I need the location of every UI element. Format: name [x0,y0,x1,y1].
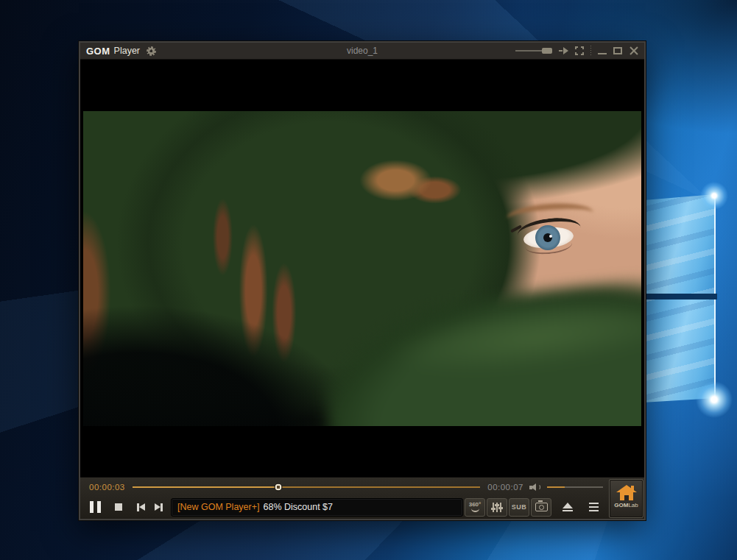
logo-gom-text: GOM [86,46,110,57]
opacity-slider-handle[interactable] [542,48,552,54]
opacity-slider[interactable] [515,50,552,52]
seek-playhead[interactable] [275,483,283,492]
menu-button[interactable] [584,498,603,517]
minimize-icon [598,53,607,54]
current-time: 00:00:03 [89,483,125,492]
always-on-top-pin-icon[interactable] [559,47,568,54]
logo-player-text: Player [114,46,140,56]
mixer-icon [493,502,501,512]
control-panel-button[interactable] [487,498,507,517]
previous-button[interactable] [137,503,145,511]
total-time: 00:00:07 [487,483,523,492]
gear-icon[interactable] [147,46,156,56]
volume-fill [547,486,565,488]
gom-player-logo: GOM Player [86,46,156,57]
menu-icon [589,503,599,512]
video-area[interactable] [80,60,644,477]
subtitle-button[interactable]: SUB [509,498,529,517]
seek-fill [133,486,278,488]
eject-icon [563,503,573,508]
gomlab-label: GOMLab [614,502,638,508]
gomlab-button[interactable]: GOMLab [610,480,643,517]
foreground-leaf [315,270,641,426]
desktop-wallpaper: GOM Player video_1 [0,0,737,560]
speaker-icon[interactable] [529,483,541,492]
ad-text: 68% Discount $7 [264,502,334,512]
volume-slider[interactable] [547,484,603,490]
360-mode-button[interactable]: 360° [465,498,485,517]
open-file-button[interactable] [558,498,577,517]
minimize-button[interactable] [598,47,607,54]
ad-highlight-text: [New GOM Player+] [177,502,260,512]
fullscreen-icon[interactable] [575,46,584,55]
next-button[interactable] [155,503,163,511]
pause-button[interactable] [90,501,101,513]
maximize-button[interactable] [613,47,622,54]
maximize-icon [613,47,622,54]
titlebar-separator [590,46,591,56]
house-icon [616,485,637,500]
video-frame [83,111,641,426]
close-button[interactable] [629,46,638,56]
sub-label: SUB [512,503,527,511]
360-swirl-icon [471,508,479,512]
stop-button[interactable] [115,503,122,511]
titlebar[interactable]: GOM Player video_1 [80,43,644,60]
snapshot-button[interactable] [531,498,551,517]
seek-bar[interactable] [133,484,480,490]
ad-banner[interactable]: [New GOM Player+] 68% Discount $7 [171,498,463,517]
360-label: 360° [469,502,482,508]
camera-icon [535,503,548,511]
gom-player-window: GOM Player video_1 [79,41,646,520]
control-bar: 00:00:03 00:00:07 [80,477,644,519]
